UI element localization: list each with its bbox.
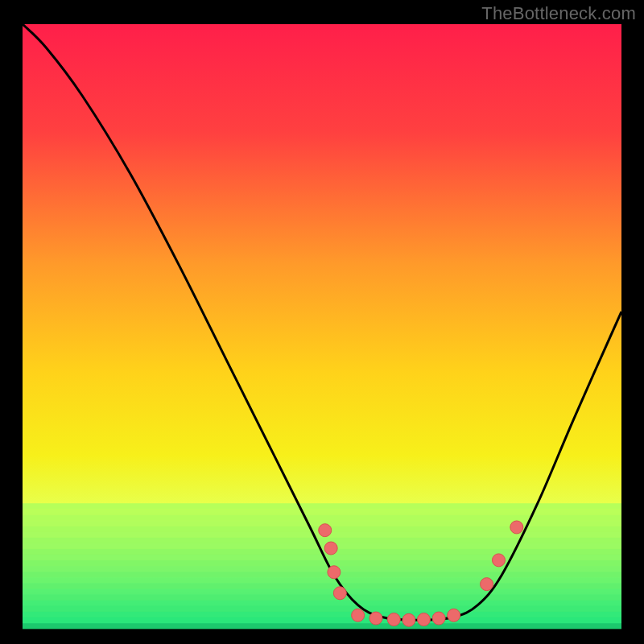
svg-rect-7 (23, 543, 621, 549)
svg-rect-11 (23, 566, 621, 572)
svg-rect-21 (23, 623, 621, 629)
svg-rect-19 (23, 612, 621, 617)
svg-rect-14 (23, 583, 621, 588)
bottleneck-chart (0, 0, 644, 644)
bottom-band-region (23, 503, 621, 629)
data-marker (319, 524, 332, 537)
svg-rect-13 (23, 577, 621, 583)
svg-rect-9 (23, 555, 621, 560)
data-marker (369, 612, 382, 625)
data-marker (481, 578, 493, 591)
svg-rect-20 (23, 617, 621, 623)
svg-rect-0 (23, 503, 621, 509)
svg-rect-6 (23, 538, 621, 543)
svg-rect-17 (23, 601, 621, 606)
data-marker (352, 609, 365, 621)
svg-rect-16 (23, 595, 621, 601)
data-marker (387, 613, 400, 626)
data-marker (328, 566, 341, 579)
data-marker (432, 612, 445, 625)
data-marker (333, 587, 346, 600)
svg-rect-10 (23, 560, 621, 566)
chart-frame: TheBottleneck.com (0, 0, 644, 644)
attribution-label: TheBottleneck.com (481, 3, 636, 24)
data-marker (510, 521, 523, 534)
data-marker (492, 554, 505, 567)
data-marker (417, 613, 430, 626)
svg-rect-18 (23, 606, 621, 612)
svg-rect-12 (23, 572, 621, 577)
data-marker (402, 613, 415, 626)
svg-rect-15 (23, 588, 621, 594)
data-marker (448, 609, 460, 621)
data-marker (324, 542, 337, 555)
